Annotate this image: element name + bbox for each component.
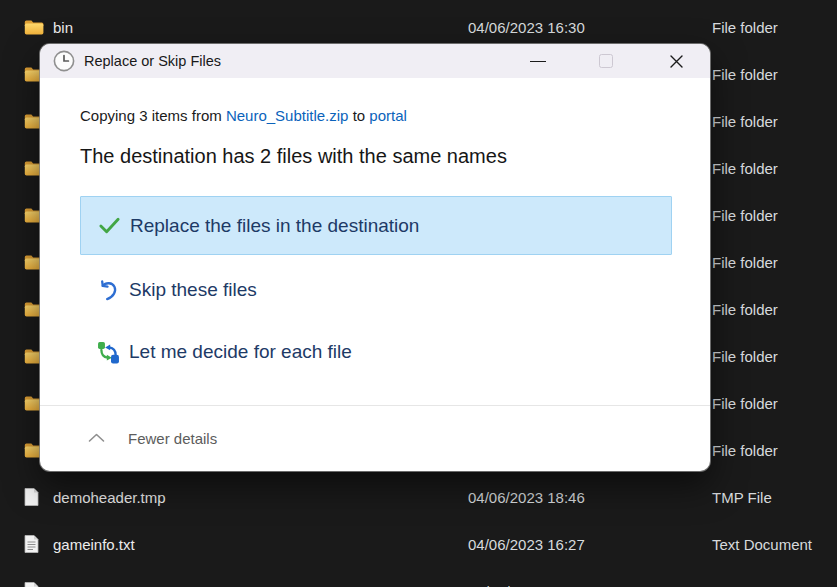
file-type: Text Document	[712, 521, 812, 568]
fewer-details-toggle[interactable]: Fewer details	[80, 418, 217, 458]
file-icon	[24, 535, 39, 554]
file-row[interactable]: 04/06/2023 18:47Text Document	[0, 568, 837, 587]
file-type: File folder	[712, 239, 778, 286]
option-label: Let me decide for each file	[129, 341, 352, 363]
option-replace-files[interactable]: Replace the files in the destination	[80, 196, 672, 255]
file-date-modified: 04/06/2023 18:46	[468, 474, 585, 521]
file-type: File folder	[712, 333, 778, 380]
file-type: TMP File	[712, 474, 772, 521]
copy-summary: Copying 3 items from Neuro_Subtitle.zip …	[80, 107, 407, 124]
swap-arrows-icon	[96, 340, 120, 364]
file-name: demoheader.tmp	[53, 474, 166, 521]
chevron-up-icon	[88, 433, 105, 443]
clock-icon	[52, 49, 76, 73]
file-type: File folder	[712, 427, 778, 474]
copy-summary-connector: to	[348, 107, 369, 124]
file-type: File folder	[712, 4, 778, 51]
check-icon	[97, 214, 121, 238]
file-type: File folder	[712, 145, 778, 192]
option-decide-each-file[interactable]: Let me decide for each file	[80, 328, 672, 376]
file-type: File folder	[712, 286, 778, 333]
close-icon	[669, 54, 684, 69]
file-row[interactable]: demoheader.tmp04/06/2023 18:46TMP File	[0, 474, 837, 521]
file-row[interactable]: gameinfo.txt04/06/2023 16:27Text Documen…	[0, 521, 837, 568]
option-label: Skip these files	[129, 279, 257, 301]
file-date-modified: 04/06/2023 18:47	[468, 568, 585, 587]
maximize-icon	[599, 54, 613, 68]
destination-link[interactable]: portal	[369, 107, 407, 124]
file-type: File folder	[712, 192, 778, 239]
minimize-button[interactable]	[522, 44, 554, 78]
file-icon	[24, 488, 39, 507]
option-label: Replace the files in the destination	[130, 215, 419, 237]
dialog-titlebar: Replace or Skip Files	[40, 44, 710, 78]
file-icon	[24, 582, 39, 587]
file-type: Text Document	[712, 568, 812, 587]
replace-skip-dialog: Replace or Skip Files Copying 3 items fr…	[40, 44, 710, 471]
option-skip-files[interactable]: Skip these files	[80, 266, 672, 314]
file-type: File folder	[712, 98, 778, 145]
folder-icon	[24, 19, 44, 35]
minimize-icon	[530, 61, 546, 62]
file-name: gameinfo.txt	[53, 521, 135, 568]
fewer-details-label: Fewer details	[128, 430, 217, 447]
footer-divider	[40, 405, 710, 406]
undo-arrow-icon	[96, 278, 120, 302]
copy-summary-prefix: Copying 3 items from	[80, 107, 226, 124]
maximize-button	[590, 44, 622, 78]
file-type: File folder	[712, 380, 778, 427]
file-type: File folder	[712, 51, 778, 98]
dialog-title: Replace or Skip Files	[84, 44, 221, 78]
close-button[interactable]	[660, 44, 692, 78]
file-date-modified: 04/06/2023 16:27	[468, 521, 585, 568]
conflict-heading: The destination has 2 files with the sam…	[80, 145, 507, 168]
source-link[interactable]: Neuro_Subtitle.zip	[226, 107, 349, 124]
